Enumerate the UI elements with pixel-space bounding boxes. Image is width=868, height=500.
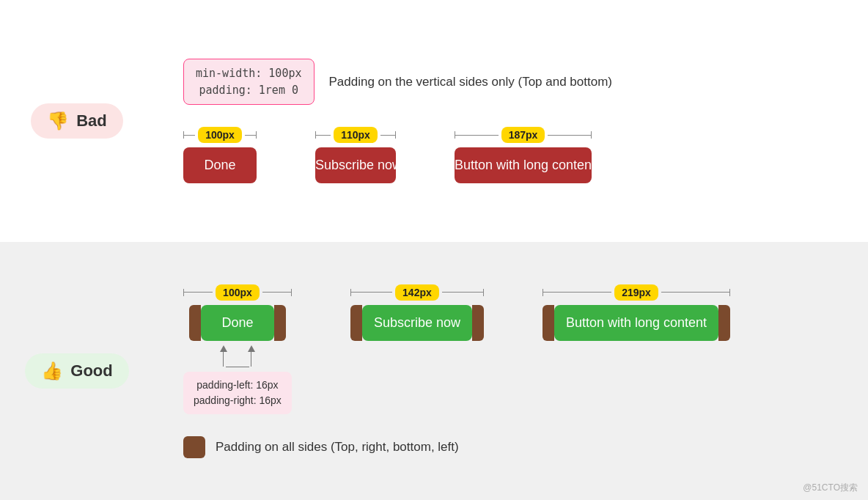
done-width-bracket: 100px — [183, 127, 257, 143]
good-subscribe-wrapper: Subscribe now — [350, 305, 484, 341]
good-subscribe-button[interactable]: Subscribe now — [362, 305, 472, 341]
good-long-button[interactable]: Button with long content — [554, 305, 718, 341]
good-long-demo: 219px Button with long content — [542, 284, 730, 341]
top-info-row: min-width: 100px padding: 1rem 0 Padding… — [183, 59, 839, 105]
bad-done-demo: 100px Done — [183, 127, 257, 183]
thumbs-down-icon: 👎 — [47, 111, 69, 131]
padding-note-line2: padding-right: 16px — [194, 394, 282, 406]
subscribe-width-bracket: 110px — [315, 127, 396, 143]
good-label: Good — [70, 361, 112, 380]
sidebar-bad: 👎 Bad — [0, 103, 154, 139]
subscribe-padding-left — [350, 305, 362, 341]
top-section: 👎 Bad min-width: 100px padding: 1rem 0 P… — [0, 0, 868, 242]
code-line1: min-width: 100px — [196, 67, 302, 80]
good-done-button[interactable]: Done — [201, 305, 274, 341]
long-width-bracket: 187px — [455, 127, 592, 143]
good-subscribe-width-bracket: 142px — [350, 284, 484, 301]
good-buttons-row: 100px Done — [183, 284, 839, 414]
code-line2: padding: 1rem 0 — [199, 84, 298, 97]
bad-subscribe-button[interactable]: Subscribe now — [315, 147, 396, 183]
long-padding-left — [542, 305, 554, 341]
bottom-legend-row: Padding on all sides (Top, right, bottom… — [183, 436, 839, 458]
bad-badge: 👎 Bad — [31, 103, 123, 139]
watermark: @51CTO搜索 — [803, 482, 858, 494]
top-description: Padding on the vertical sides only (Top … — [329, 75, 613, 89]
page-container: 👎 Bad min-width: 100px padding: 1rem 0 P… — [0, 0, 868, 500]
done-width-tag: 100px — [198, 127, 242, 143]
good-subscribe-width-tag: 142px — [395, 284, 439, 301]
right-arrow — [248, 345, 255, 367]
good-badge: 👍 Good — [25, 353, 128, 389]
long-width-tag: 187px — [501, 127, 545, 143]
thumbs-up-icon: 👍 — [41, 361, 63, 381]
subscribe-padding-right — [472, 305, 484, 341]
bad-long-button[interactable]: Button with long content — [455, 147, 592, 183]
padding-left-indicator — [189, 305, 201, 341]
good-done-width-tag: 100px — [216, 284, 260, 301]
good-done-demo: 100px Done — [183, 284, 292, 414]
top-content-area: min-width: 100px padding: 1rem 0 Padding… — [154, 59, 868, 183]
good-done-wrapper: Done — [189, 305, 286, 341]
padding-arrows — [183, 345, 292, 367]
good-done-width-bracket: 100px — [183, 284, 292, 301]
bottom-section: 👍 Good 100px — [0, 242, 868, 500]
long-padding-right — [718, 305, 730, 341]
left-arrow — [220, 345, 227, 367]
padding-note: padding-left: 16px padding-right: 16px — [183, 372, 292, 414]
legend-text: Padding on all sides (Top, right, bottom… — [216, 440, 459, 455]
bad-label: Bad — [76, 111, 107, 130]
padding-right-indicator — [274, 305, 286, 341]
subscribe-width-tag: 110px — [334, 127, 378, 143]
bad-buttons-row: 100px Done 110px — [183, 127, 839, 183]
good-subscribe-demo: 142px Subscribe now — [350, 284, 484, 341]
sidebar-good: 👍 Good — [0, 353, 154, 389]
good-long-width-bracket: 219px — [542, 284, 730, 301]
brown-swatch — [183, 436, 205, 458]
padding-note-line1: padding-left: 16px — [196, 379, 278, 391]
good-long-width-tag: 219px — [614, 284, 658, 301]
code-badge: min-width: 100px padding: 1rem 0 — [183, 59, 315, 105]
good-long-wrapper: Button with long content — [542, 305, 730, 341]
bad-long-demo: 187px Button with long content — [455, 127, 592, 183]
bottom-content-area: 100px Done — [154, 284, 868, 458]
bad-done-button[interactable]: Done — [183, 147, 257, 183]
bad-subscribe-demo: 110px Subscribe now — [315, 127, 396, 183]
